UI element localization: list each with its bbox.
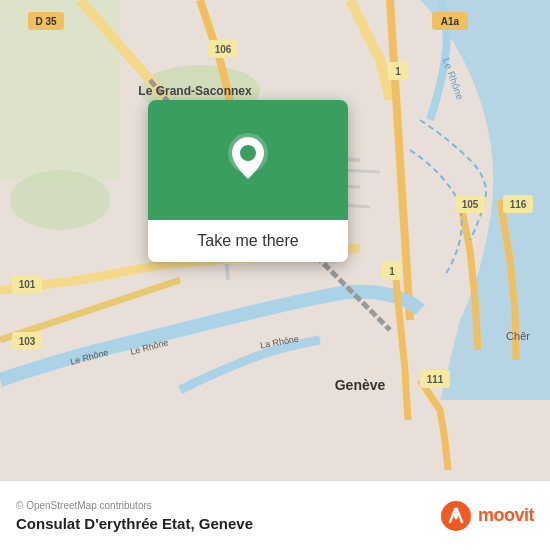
road-106-label: 106	[215, 44, 232, 55]
map-attribution: © OpenStreetMap contributors	[16, 500, 253, 511]
road-103-label: 103	[19, 336, 36, 347]
map-container: D 35 A1a 106 1 101 101 103 1 105 116 111	[0, 0, 550, 480]
location-popup: Take me there	[148, 100, 348, 262]
road-d35-label: D 35	[35, 16, 57, 27]
road-1-top-label: 1	[395, 66, 401, 77]
svg-point-18	[453, 507, 458, 512]
road-116-label: 116	[510, 199, 527, 210]
location-name: Consulat D'erythrée Etat, Geneve	[16, 515, 253, 532]
popup-map-preview	[148, 100, 348, 220]
road-a1a-label: A1a	[441, 16, 460, 27]
road-101-left-label: 101	[19, 279, 36, 290]
moovit-logo: moovit	[440, 500, 534, 532]
svg-point-16	[240, 145, 256, 161]
moovit-logo-icon	[440, 500, 472, 532]
geneve-label: Genève	[335, 377, 386, 393]
road-105-label: 105	[462, 199, 479, 210]
take-me-there-button[interactable]: Take me there	[148, 220, 348, 262]
road-1-bottom-label: 1	[389, 266, 395, 277]
bottom-bar: © OpenStreetMap contributors Consulat D'…	[0, 480, 550, 550]
bottom-info: © OpenStreetMap contributors Consulat D'…	[16, 500, 253, 532]
road-111-label: 111	[427, 374, 444, 385]
cher-label: Chêr	[506, 330, 530, 342]
grand-saconnex-label: Le Grand-Saconnex	[138, 84, 252, 98]
location-pin-icon	[226, 133, 270, 187]
moovit-brand-name: moovit	[478, 505, 534, 526]
svg-point-3	[10, 170, 110, 230]
